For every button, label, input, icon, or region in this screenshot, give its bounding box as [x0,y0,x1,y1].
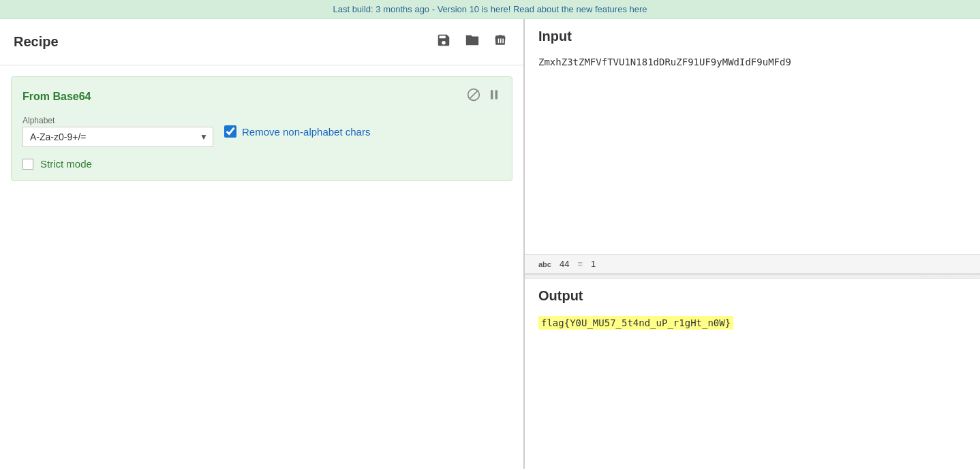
recipe-panel: Recipe [0,19,525,469]
operation-card: From Base64 [11,76,512,181]
svg-rect-3 [495,90,497,99]
pause-operation-button[interactable] [487,88,501,105]
banner-text-content: Last build: 3 months ago - Version 10 is… [333,4,647,14]
remove-nonalpha-label[interactable]: Remove non-alphabet chars [242,126,370,138]
input-separator: ≡ [577,259,583,269]
input-title: Input [538,29,572,44]
output-content: flag{Y0U_MU57_5t4nd_uP_r1gHt_n0W} [525,309,980,336]
save-button[interactable] [433,30,454,54]
save-icon [436,33,451,48]
output-title: Output [538,288,583,303]
disable-operation-button[interactable] [467,88,480,105]
recipe-header: Recipe [0,19,523,65]
strict-mode-checkbox[interactable] [22,159,33,170]
output-highlighted-text: flag{Y0U_MU57_5t4nd_uP_r1gHt_n0W} [538,316,733,330]
alphabet-row: Alphabet A-Za-z0-9+/= A-Za-z0-9-_= ▼ Rem… [22,116,501,147]
abc-icon: abc [538,260,551,268]
input-char-count: 44 [560,259,569,269]
folder-icon [465,33,480,48]
operation-header: From Base64 [22,88,501,105]
alphabet-select[interactable]: A-Za-z0-9+/= A-Za-z0-9-_= [22,127,213,147]
input-textarea[interactable] [525,50,980,254]
alphabet-select-wrapper: Alphabet A-Za-z0-9+/= A-Za-z0-9-_= ▼ [22,116,213,147]
trash-icon [493,33,507,48]
output-section: Output flag{Y0U_MU57_5t4nd_uP_r1gHt_n0W} [525,279,980,469]
recipe-title: Recipe [14,34,59,50]
strict-mode-label[interactable]: Strict mode [40,158,92,170]
right-panel: Input abc 44 ≡ 1 · · · · · · · · · · · ·… [525,19,980,469]
recipe-empty-area [0,192,523,469]
remove-nonalpha-wrapper: Remove non-alphabet chars [224,125,370,138]
svg-rect-2 [491,90,493,99]
input-line-count: 1 [591,259,596,269]
input-header: Input [525,19,980,50]
operation-title: From Base64 [22,91,91,103]
disable-icon [467,88,480,101]
announcement-banner: Last build: 3 months ago - Version 10 is… [0,0,980,19]
svg-line-1 [469,90,478,99]
main-layout: Recipe [0,19,980,469]
delete-button[interactable] [491,30,510,54]
remove-nonalpha-checkbox[interactable] [224,125,236,138]
recipe-actions [433,30,510,54]
input-section: Input abc 44 ≡ 1 [525,19,980,275]
banner-text: Last build: 3 months ago - Version 10 is… [333,4,647,14]
open-folder-button[interactable] [462,30,483,54]
operation-controls [467,88,501,105]
strict-mode-row: Strict mode [22,158,501,170]
pause-icon [487,88,501,101]
input-footer: abc 44 ≡ 1 [525,254,980,273]
output-header: Output [525,279,980,309]
alphabet-label: Alphabet [22,116,213,125]
